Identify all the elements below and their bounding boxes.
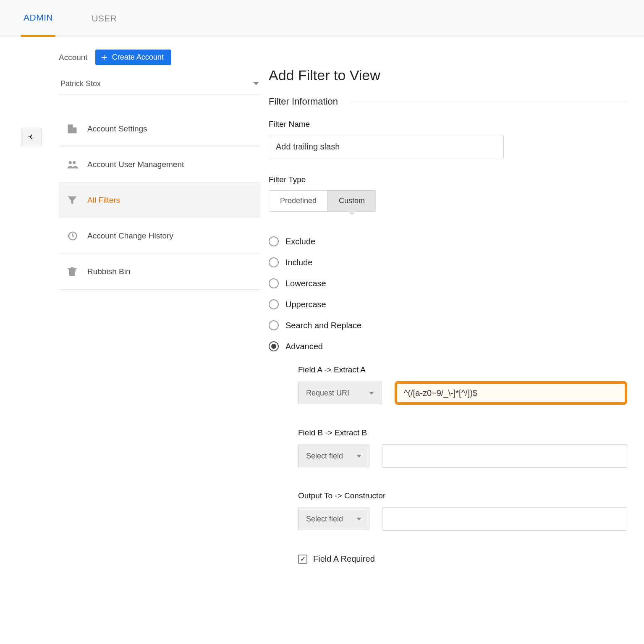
radio-icon [269, 278, 279, 288]
svg-rect-1 [73, 128, 76, 134]
chevron-down-icon [369, 392, 374, 395]
history-icon [66, 230, 78, 242]
svg-rect-0 [68, 125, 73, 134]
sidebar-item-change-history[interactable]: Account Change History [59, 218, 260, 254]
tab-admin[interactable]: ADMIN [21, 0, 55, 37]
checkbox-label: Field A Required [313, 554, 375, 564]
sidebar-item-user-management[interactable]: Account User Management [59, 147, 260, 183]
admin-user-tabbar: ADMIN USER [0, 0, 644, 37]
radio-label: Search and Replace [285, 321, 361, 330]
arrow-left-icon [27, 132, 36, 141]
radio-advanced[interactable]: Advanced [269, 336, 627, 357]
chevron-down-icon [254, 82, 259, 85]
checkbox-icon [298, 555, 307, 564]
filter-type-predefined[interactable]: Predefined [269, 191, 327, 211]
sidebar-item-label: Account Settings [87, 124, 147, 134]
svg-point-2 [69, 161, 72, 164]
page-title: Add Filter to View [269, 67, 627, 84]
building-icon [66, 123, 78, 135]
users-icon [66, 159, 78, 170]
radio-icon [269, 236, 279, 246]
field-a-required-checkbox[interactable]: Field A Required [298, 554, 627, 564]
field-a-label: Field A -> Extract A [298, 365, 627, 374]
chevron-down-icon [356, 455, 361, 458]
sidebar-item-all-filters[interactable]: All Filters [59, 183, 260, 218]
radio-icon [269, 299, 279, 309]
radio-icon [269, 320, 279, 330]
filter-type-toggle: Predefined Custom [269, 190, 376, 212]
output-to-label: Output To -> Constructor [298, 491, 627, 500]
account-selector[interactable]: Patrick Stox [59, 76, 260, 94]
sidebar-item-label: Account Change History [87, 231, 173, 241]
radio-label: Lowercase [285, 279, 326, 288]
radio-search-replace[interactable]: Search and Replace [269, 315, 627, 336]
sidebar-item-label: Account User Management [87, 160, 184, 169]
chevron-down-icon [356, 518, 361, 521]
filter-name-input[interactable] [269, 135, 504, 158]
radio-label: Uppercase [285, 300, 326, 309]
radio-include[interactable]: Include [269, 252, 627, 273]
dropdown-value: Select field [306, 515, 343, 524]
field-b-expression-input[interactable] [382, 444, 627, 468]
sidebar-item-rubbish-bin[interactable]: Rubbish Bin [59, 254, 260, 290]
trash-icon [66, 266, 78, 277]
radio-label: Advanced [285, 342, 323, 351]
radio-lowercase[interactable]: Lowercase [269, 273, 627, 294]
radio-label: Include [285, 258, 313, 267]
create-account-label: Create Account [112, 53, 164, 62]
sidebar-item-label: All Filters [87, 196, 120, 205]
radio-icon [269, 341, 279, 351]
field-b-label: Field B -> Extract B [298, 428, 627, 437]
selected-account-name: Patrick Stox [60, 79, 101, 88]
funnel-icon [66, 194, 78, 206]
radio-label: Exclude [285, 237, 315, 246]
output-expression-input[interactable] [382, 507, 627, 531]
dropdown-value: Request URI [306, 389, 349, 398]
plus-icon [100, 54, 108, 61]
filter-type-custom[interactable]: Custom [327, 191, 376, 211]
tab-user[interactable]: USER [89, 13, 119, 24]
sidebar-item-account-settings[interactable]: Account Settings [59, 111, 260, 147]
radio-uppercase[interactable]: Uppercase [269, 294, 627, 315]
back-button[interactable] [21, 128, 42, 146]
filter-type-label: Filter Type [269, 175, 627, 184]
filter-information-heading: Filter Information [269, 96, 627, 107]
sidebar-item-label: Rubbish Bin [87, 267, 130, 276]
radio-exclude[interactable]: Exclude [269, 231, 627, 252]
filter-name-label: Filter Name [269, 120, 627, 129]
account-label: Account [59, 53, 88, 62]
output-dropdown[interactable]: Select field [298, 508, 369, 530]
radio-icon [269, 257, 279, 267]
create-account-button[interactable]: Create Account [95, 50, 171, 65]
field-a-expression-input[interactable] [395, 381, 627, 405]
dropdown-value: Select field [306, 452, 343, 461]
field-b-dropdown[interactable]: Select field [298, 445, 369, 467]
svg-point-3 [73, 161, 76, 164]
field-a-dropdown[interactable]: Request URI [298, 382, 382, 404]
